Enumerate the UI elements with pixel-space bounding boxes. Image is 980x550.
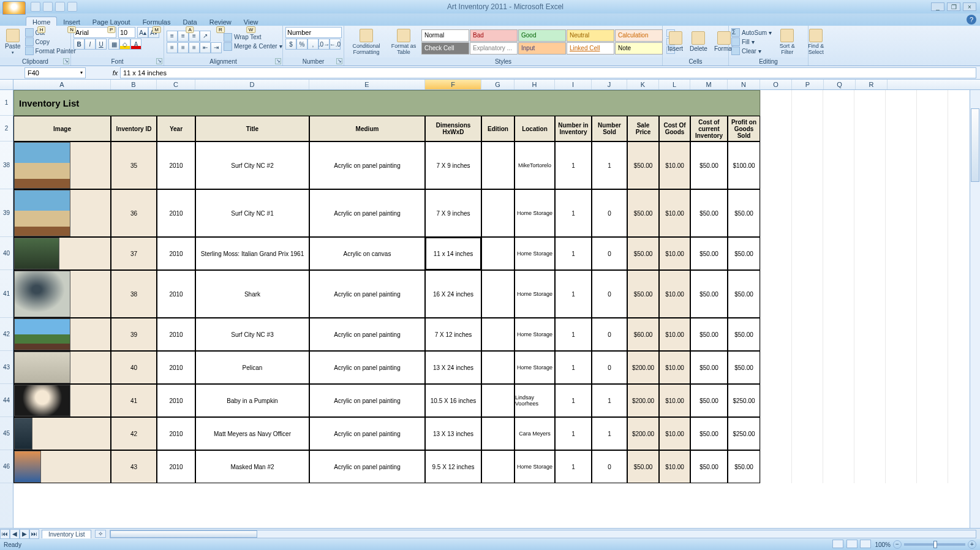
col-header-B[interactable]: B [111,80,157,89]
bold-button[interactable]: B [74,39,85,50]
col-header-P[interactable]: P [792,80,824,89]
col-header-C[interactable]: C [157,80,195,89]
table-row[interactable]: 412010Baby in a PumpkinAcrylic on panel … [13,384,760,417]
align-center-button[interactable]: ≡ [178,42,189,53]
row-header-45[interactable]: 45 [0,417,13,450]
col-header-H[interactable]: H [514,80,555,89]
row-header-38[interactable]: 38 [0,141,13,189]
row-header-46[interactable]: 46 [0,450,13,483]
horizontal-scrollbar[interactable] [110,530,976,538]
fill-button[interactable]: Fill ▾ [731,37,772,46]
row-header-43[interactable]: 43 [0,351,13,384]
row-header-40[interactable]: 40 [0,237,13,270]
table-row[interactable]: 402010PelicanAcrylic on panel painting13… [13,351,760,384]
qat-save-icon[interactable] [31,2,40,12]
col-header-G[interactable]: G [481,80,514,89]
find-select-button[interactable]: Find & Select [802,28,829,56]
font-dialog-icon[interactable]: ↘ [156,58,162,64]
col-header-O[interactable]: O [760,80,792,89]
style-good[interactable]: Good [518,29,566,42]
col-header-N[interactable]: N [728,80,760,89]
align-right-button[interactable]: ≡ [189,42,200,53]
row-header-44[interactable]: 44 [0,384,13,417]
underline-button[interactable]: U [96,39,107,50]
number-format-combo[interactable] [285,27,342,38]
row-header-2[interactable]: 2 [0,116,13,141]
border-button[interactable]: ▦ [108,39,119,50]
sheet-nav-prev-icon[interactable]: ◀ [10,529,20,539]
format-as-table-button[interactable]: Format as Table [388,28,420,56]
font-color-button[interactable]: A [130,39,141,50]
font-size-combo[interactable] [118,27,135,38]
grow-font-button[interactable]: A▴ [137,27,148,38]
row-header-1[interactable]: 1 [0,90,13,116]
style-neutral[interactable]: Neutral [567,29,614,42]
wrap-text-button[interactable]: Wrap Text [224,33,282,42]
style-note[interactable]: Note [615,42,663,55]
align-top-button[interactable]: ≡ [167,31,178,42]
decrease-indent-button[interactable]: ⇤ [200,42,211,53]
style-calculation[interactable]: Calculation [615,29,663,42]
col-header-I[interactable]: I [555,80,592,89]
merge-center-button[interactable]: Merge & Center ▾ [224,42,282,51]
tab-insert[interactable]: InsertN [57,17,86,26]
sheet-tab[interactable]: Inventory List [42,530,91,538]
style-explanatory-[interactable]: Explanatory ... [470,42,518,55]
sheet-nav-last-icon[interactable]: ⏭ [29,529,39,539]
tab-review[interactable]: ReviewR [203,17,238,26]
zoom-slider[interactable] [904,543,965,546]
italic-button[interactable]: I [85,39,96,50]
tab-formulas[interactable]: FormulasM [137,17,177,26]
formula-input[interactable]: 11 x 14 inches [120,67,976,78]
autosum-button[interactable]: ΣAutoSum ▾ [731,28,772,37]
style-normal[interactable]: Normal [421,29,469,42]
table-row[interactable]: 432010Masked Man #2Acrylic on panel pain… [13,450,760,483]
tab-data[interactable]: DataA [176,17,203,26]
col-header-K[interactable]: K [627,80,659,89]
style-bad[interactable]: Bad [470,29,518,42]
table-row[interactable]: 362010Surf City NC #1Acrylic on panel pa… [13,189,760,237]
col-header-R[interactable]: R [856,80,888,89]
page-layout-view-icon[interactable] [846,540,858,548]
comma-format-button[interactable]: , [307,39,318,50]
style-check-cell[interactable]: Check Cell [421,42,469,55]
conditional-formatting-button[interactable]: Conditional Formatting [347,28,386,56]
sheet-nav-first-icon[interactable]: ⏮ [0,529,10,539]
row-header-41[interactable]: 41 [0,270,13,318]
insert-cells-button[interactable]: Insert [665,30,685,53]
qat-undo-icon[interactable] [43,2,53,12]
table-row[interactable]: 422010Matt Meyers as Navy OfficerAcrylic… [13,417,760,450]
normal-view-icon[interactable] [832,540,843,548]
tab-home[interactable]: HomeH [26,17,57,26]
restore-button[interactable]: ❐ [947,2,960,11]
new-sheet-icon[interactable]: ✧ [95,530,106,538]
col-header-A[interactable]: A [13,80,111,89]
col-header-F[interactable]: F [425,80,481,89]
format-painter-button[interactable]: Format Painter [25,47,76,55]
help-icon[interactable]: ? [967,15,976,24]
row-header-39[interactable]: 39 [0,189,13,237]
table-row[interactable]: 392010Surf City NC #3Acrylic on panel pa… [13,318,760,351]
vertical-scrollbar[interactable] [970,90,980,529]
col-header-Q[interactable]: Q [824,80,856,89]
style-input[interactable]: Input [518,42,566,55]
accounting-format-button[interactable]: $ [285,39,296,50]
tab-view[interactable]: ViewW [238,17,265,26]
select-all-corner[interactable] [0,80,13,89]
fill-color-button[interactable]: ◇ [119,39,130,50]
increase-indent-button[interactable]: ⇥ [211,42,222,53]
number-dialog-icon[interactable]: ↘ [336,58,342,64]
spreadsheet-grid[interactable]: Inventory List ImageInventory IDYearTitl… [13,90,980,529]
qat-more-icon[interactable] [67,2,77,12]
sort-filter-button[interactable]: Sort & Filter [774,28,801,56]
clipboard-dialog-icon[interactable]: ↘ [63,58,69,64]
style-linked-cell[interactable]: Linked Cell [567,42,614,55]
delete-cells-button[interactable]: Delete [687,30,710,53]
office-button[interactable] [2,1,26,15]
paste-button[interactable]: Paste▾ [2,28,23,56]
decrease-decimal-button[interactable]: ←.0 [330,39,341,50]
col-header-L[interactable]: L [659,80,690,89]
tab-page-layout[interactable]: Page LayoutP [86,17,137,26]
col-header-E[interactable]: E [309,80,425,89]
sheet-nav-next-icon[interactable]: ▶ [20,529,29,539]
